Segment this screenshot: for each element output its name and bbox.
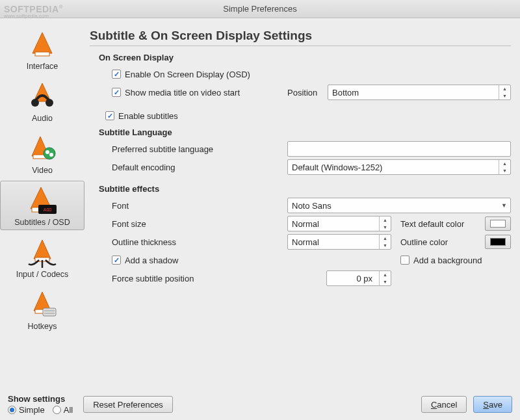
svg-point-4 xyxy=(46,99,53,107)
save-button[interactable]: Save xyxy=(473,396,512,413)
spin-buttons[interactable]: ▲▼ xyxy=(379,271,391,285)
sidebar-item-audio[interactable]: Audio xyxy=(0,77,84,126)
radio-icon xyxy=(53,406,61,414)
svg-rect-1 xyxy=(35,52,49,56)
footer-bar: Show settings Simple All Reset Preferenc… xyxy=(0,389,520,420)
sidebar-item-subtitles-osd[interactable]: A00 Subtitles / OSD xyxy=(0,181,84,230)
check-icon xyxy=(105,111,114,120)
select-value: Noto Sans xyxy=(292,201,332,211)
section-osd: On Screen Display xyxy=(99,53,511,62)
fontsize-select[interactable]: Normal ▲▼ xyxy=(287,216,391,231)
svg-point-7 xyxy=(44,148,55,159)
sidebar-item-interface[interactable]: Interface xyxy=(0,25,84,74)
svg-point-3 xyxy=(31,99,39,107)
checkbox-label: Add a shadow xyxy=(125,256,178,265)
hotkeys-icon xyxy=(24,289,60,321)
outline-color-label: Outline color xyxy=(400,237,485,247)
select-value: Normal xyxy=(292,219,319,229)
sidebar-item-label: Input / Codecs xyxy=(16,270,69,279)
radio-all[interactable]: All xyxy=(53,405,73,415)
svg-point-9 xyxy=(49,153,53,157)
outline-color-button[interactable] xyxy=(485,235,511,249)
radio-icon xyxy=(8,406,16,414)
check-icon xyxy=(400,256,410,265)
subtitles-icon: A00 xyxy=(24,185,60,217)
main-panel: Subtitle & On Screen Display Settings On… xyxy=(84,18,520,389)
spin-buttons[interactable]: ▲▼ xyxy=(499,85,510,99)
divider xyxy=(90,46,511,46)
sidebar-item-video[interactable]: Video xyxy=(0,129,84,178)
sidebar-item-label: Video xyxy=(32,166,53,175)
interface-icon xyxy=(24,29,60,60)
sidebar-item-label: Interface xyxy=(27,62,58,71)
watermark: SOFTPEDIA® www.softpedia.com xyxy=(4,4,63,19)
audio-icon xyxy=(24,81,60,112)
sidebar-item-input-codecs[interactable]: Input / Codecs xyxy=(0,233,84,282)
video-icon xyxy=(24,133,60,164)
outline-thickness-label: Outline thickness xyxy=(112,237,287,247)
section-subtitle-effects: Subtitle effects xyxy=(99,184,511,194)
svg-marker-14 xyxy=(34,240,51,259)
default-encoding-select[interactable]: Default (Windows-1252) ▲▼ xyxy=(287,159,511,175)
select-value: Bottom xyxy=(332,88,359,98)
category-sidebar: Interface Audio Video A00 Subtitles / OS… xyxy=(0,18,84,389)
spin-buttons[interactable]: ▲▼ xyxy=(379,217,391,231)
preferred-language-label: Preferred subtitle language xyxy=(112,144,287,154)
outline-thickness-select[interactable]: Normal ▲▼ xyxy=(287,234,391,250)
checkbox-label: Enable On Screen Display (OSD) xyxy=(125,70,250,79)
svg-marker-0 xyxy=(32,33,52,53)
window-titlebar: Simple Preferences xyxy=(0,0,520,18)
sidebar-item-label: Audio xyxy=(32,114,53,123)
show-settings-label: Show settings xyxy=(8,394,73,404)
sidebar-item-hotkeys[interactable]: Hotkeys xyxy=(0,285,84,334)
checkbox-label: Add a background xyxy=(413,256,482,265)
position-label: Position xyxy=(287,88,328,98)
spin-buttons[interactable]: ▲▼ xyxy=(379,235,391,249)
cancel-button[interactable]: Cancel xyxy=(421,396,467,413)
select-value: Normal xyxy=(292,237,319,247)
sidebar-item-label: Subtitles / OSD xyxy=(14,218,70,227)
reset-preferences-button[interactable]: Reset Preferences xyxy=(83,396,173,413)
text-color-label: Text default color xyxy=(400,219,485,229)
force-position-spinbox[interactable]: 0 px ▲▼ xyxy=(326,270,391,286)
checkbox-enable-subtitles[interactable]: Enable subtitles xyxy=(105,111,178,121)
checkbox-label: Enable subtitles xyxy=(118,111,178,121)
radio-label: All xyxy=(64,405,73,415)
radio-simple[interactable]: Simple xyxy=(8,405,45,415)
position-select[interactable]: Bottom ▲▼ xyxy=(328,85,511,100)
preferred-language-input[interactable] xyxy=(287,141,511,157)
radio-label: Simple xyxy=(19,405,45,415)
checkbox-add-background[interactable]: Add a background xyxy=(400,256,482,265)
checkbox-label: Show media title on video start xyxy=(125,88,240,98)
input-codecs-icon xyxy=(24,237,60,269)
check-icon xyxy=(112,88,121,97)
checkbox-add-shadow[interactable]: Add a shadow xyxy=(112,256,287,265)
chevron-down-icon: ▼ xyxy=(501,202,507,209)
check-icon xyxy=(112,256,121,265)
sidebar-item-label: Hotkeys xyxy=(27,322,57,331)
fontsize-label: Font size xyxy=(112,219,287,229)
checkbox-enable-osd[interactable]: Enable On Screen Display (OSD) xyxy=(112,70,250,79)
svg-text:A00: A00 xyxy=(44,207,52,212)
force-position-label: Force subtitle position xyxy=(112,274,287,283)
svg-point-8 xyxy=(46,150,49,154)
checkbox-show-media-title[interactable]: Show media title on video start xyxy=(112,88,287,98)
check-icon xyxy=(112,70,121,79)
font-label: Font xyxy=(112,201,287,211)
page-title: Subtitle & On Screen Display Settings xyxy=(90,29,511,43)
spin-buttons[interactable]: ▲▼ xyxy=(499,160,510,174)
text-color-button[interactable] xyxy=(485,217,511,231)
window-title: Simple Preferences xyxy=(223,4,296,14)
section-subtitle-language: Subtitle Language xyxy=(99,127,511,137)
svg-rect-18 xyxy=(43,308,56,316)
default-encoding-label: Default encoding xyxy=(112,163,287,172)
font-select[interactable]: Noto Sans ▼ xyxy=(287,198,511,213)
select-value: Default (Windows-1252) xyxy=(292,163,382,172)
